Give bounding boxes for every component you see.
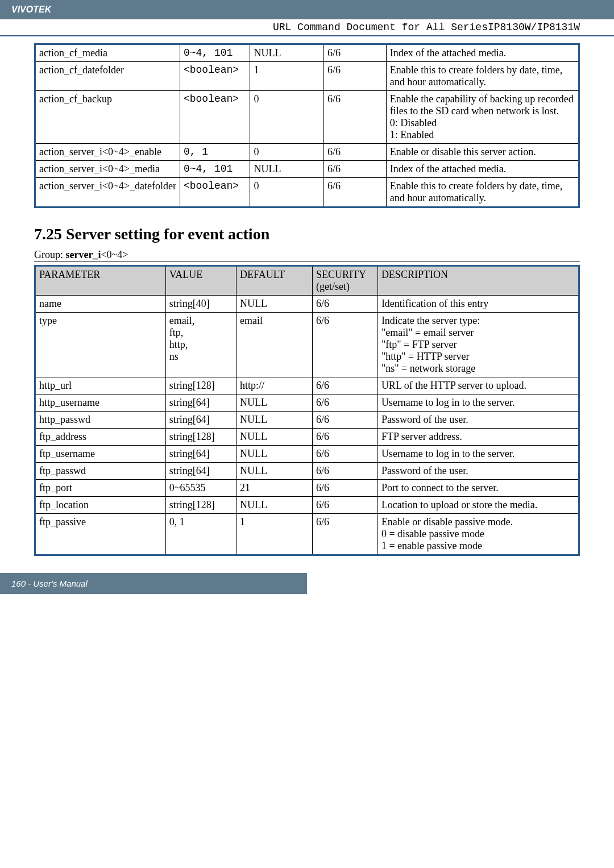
- cell-desc: Indicate the server type: "email" = emai…: [377, 313, 579, 377]
- cell-security: 6/6: [323, 91, 386, 144]
- th-default: DEFAULT: [237, 266, 313, 296]
- cell-default: NULL: [237, 429, 313, 446]
- th-security: SECURITY (get/set): [313, 266, 378, 296]
- cell-security: 6/6: [313, 412, 378, 429]
- cell-default: NULL: [237, 446, 313, 463]
- cell-desc: Enable or disable this server action.: [386, 144, 579, 161]
- cell-param: ftp_location: [35, 497, 166, 514]
- page-footer: 160 - User's Manual: [0, 573, 307, 594]
- table-row: action_cf_media0~4, 101NULL6/6Index of t…: [35, 44, 579, 62]
- section-heading: 7.25 Server setting for event action: [34, 225, 580, 243]
- cell-value: string[128]: [165, 377, 236, 394]
- cell-param: ftp_username: [35, 446, 166, 463]
- table-row: ftp_usernamestring[64]NULL6/6Username to…: [35, 446, 579, 463]
- cell-param: http_passwd: [35, 412, 166, 429]
- table-header-row: PARAMETER VALUE DEFAULT SECURITY (get/se…: [35, 266, 579, 296]
- cell-param: ftp_port: [35, 480, 166, 497]
- cell-security: 6/6: [313, 497, 378, 514]
- table-row: http_urlstring[128]http://6/6URL of the …: [35, 377, 579, 394]
- cell-security: 6/6: [323, 62, 386, 91]
- cell-security: 6/6: [323, 144, 386, 161]
- cell-desc: FTP server address.: [377, 429, 579, 446]
- cell-desc: Location to upload or store the media.: [377, 497, 579, 514]
- cell-default: 0: [250, 178, 323, 207]
- cell-default: email: [237, 313, 313, 377]
- cell-default: 0: [250, 91, 323, 144]
- cell-default: 1: [237, 514, 313, 555]
- cell-default: NULL: [237, 394, 313, 412]
- cell-value: <boolean>: [180, 62, 250, 91]
- table-server-params: PARAMETER VALUE DEFAULT SECURITY (get/se…: [34, 265, 580, 556]
- cell-desc: Enable or disable passive mode. 0 = disa…: [377, 514, 579, 555]
- brand-header: VIVOTEK: [0, 0, 614, 19]
- cell-default: NULL: [237, 497, 313, 514]
- cell-param: action_cf_backup: [35, 91, 180, 144]
- table-row: http_usernamestring[64]NULL6/6Username t…: [35, 394, 579, 412]
- cell-desc: Password of the user.: [377, 412, 579, 429]
- cell-security: 6/6: [323, 161, 386, 178]
- cell-value: 0~4, 101: [180, 44, 250, 62]
- table-row: action_cf_backup<boolean>06/6Enable the …: [35, 91, 579, 144]
- table-event-action: action_cf_media0~4, 101NULL6/6Index of t…: [34, 43, 580, 208]
- th-description: DESCRIPTION: [377, 266, 579, 296]
- cell-value: string[128]: [165, 497, 236, 514]
- cell-param: action_server_i<0~4>_enable: [35, 144, 180, 161]
- cell-param: http_url: [35, 377, 166, 394]
- cell-param: http_username: [35, 394, 166, 412]
- cell-param: type: [35, 313, 166, 377]
- cell-value: string[64]: [165, 394, 236, 412]
- th-value: VALUE: [165, 266, 236, 296]
- cell-desc: Enable the capability of backing up reco…: [386, 91, 579, 144]
- cell-default: NULL: [237, 412, 313, 429]
- cell-value: 0~65535: [165, 480, 236, 497]
- doc-title: URL Command Document for All SeriesIP813…: [0, 19, 614, 36]
- cell-security: 6/6: [313, 514, 378, 555]
- cell-security: 6/6: [313, 463, 378, 480]
- th-parameter: PARAMETER: [35, 266, 166, 296]
- cell-default: NULL: [250, 161, 323, 178]
- cell-desc: Username to log in to the server.: [377, 394, 579, 412]
- brand-text: VIVOTEK: [11, 5, 51, 14]
- cell-default: 1: [250, 62, 323, 91]
- cell-value: <boolean>: [180, 91, 250, 144]
- cell-desc: Enable this to create folders by date, t…: [386, 178, 579, 207]
- table-row: http_passwdstring[64]NULL6/6Password of …: [35, 412, 579, 429]
- cell-desc: Enable this to create folders by date, t…: [386, 62, 579, 91]
- cell-desc: Index of the attached media.: [386, 161, 579, 178]
- cell-security: 6/6: [313, 313, 378, 377]
- cell-security: 6/6: [323, 44, 386, 62]
- cell-security: 6/6: [313, 480, 378, 497]
- cell-desc: Password of the user.: [377, 463, 579, 480]
- table-row: namestring[40]NULL6/6Identification of t…: [35, 296, 579, 313]
- cell-value: string[64]: [165, 463, 236, 480]
- cell-param: action_cf_media: [35, 44, 180, 62]
- group-label: Group: server_i<0~4>: [34, 249, 580, 261]
- cell-security: 6/6: [313, 429, 378, 446]
- cell-value: string[64]: [165, 446, 236, 463]
- table-row: action_cf_datefolder<boolean>16/6Enable …: [35, 62, 579, 91]
- cell-value: email, ftp, http, ns: [165, 313, 236, 377]
- cell-desc: Port to connect to the server.: [377, 480, 579, 497]
- table-row: action_server_i<0~4>_media0~4, 101NULL6/…: [35, 161, 579, 178]
- cell-value: 0, 1: [180, 144, 250, 161]
- cell-security: 6/6: [313, 446, 378, 463]
- cell-desc: URL of the HTTP server to upload.: [377, 377, 579, 394]
- cell-value: <boolean>: [180, 178, 250, 207]
- cell-security: 6/6: [313, 394, 378, 412]
- cell-default: NULL: [237, 463, 313, 480]
- table-row: ftp_addressstring[128]NULL6/6FTP server …: [35, 429, 579, 446]
- cell-value: 0~4, 101: [180, 161, 250, 178]
- cell-value: string[128]: [165, 429, 236, 446]
- table-row: typeemail, ftp, http, nsemail6/6Indicate…: [35, 313, 579, 377]
- cell-default: NULL: [237, 296, 313, 313]
- table-row: ftp_port0~65535216/6Port to connect to t…: [35, 480, 579, 497]
- cell-param: action_server_i<0~4>_media: [35, 161, 180, 178]
- cell-desc: Identification of this entry: [377, 296, 579, 313]
- cell-security: 6/6: [313, 296, 378, 313]
- table-row: ftp_locationstring[128]NULL6/6Location t…: [35, 497, 579, 514]
- cell-desc: Username to log in to the server.: [377, 446, 579, 463]
- cell-param: action_server_i<0~4>_datefolder: [35, 178, 180, 207]
- cell-default: 21: [237, 480, 313, 497]
- table-row: action_server_i<0~4>_enable0, 106/6Enabl…: [35, 144, 579, 161]
- cell-default: 0: [250, 144, 323, 161]
